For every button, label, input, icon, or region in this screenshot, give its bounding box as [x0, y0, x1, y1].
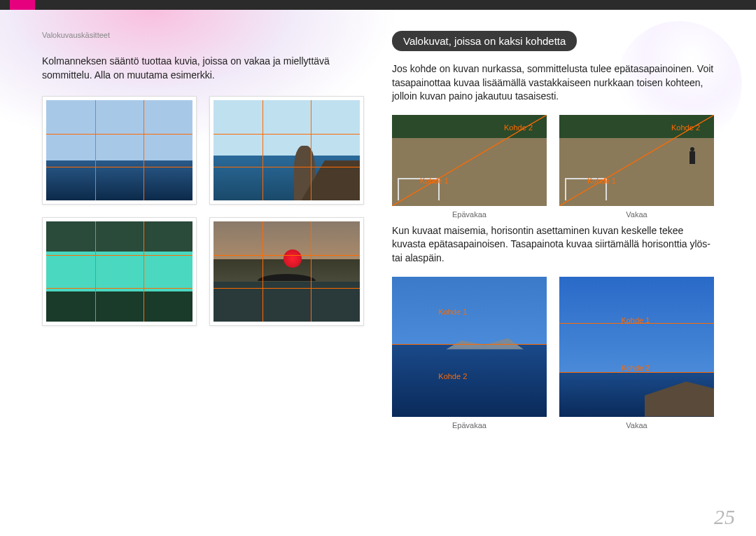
subject-2-label: Kohde 2	[504, 123, 533, 132]
section-heading: Valokuvat, joissa on kaksi kohdetta	[392, 31, 577, 51]
right-column: Valokuvat, joissa on kaksi kohdetta Jos …	[392, 31, 714, 435]
top-bar	[0, 0, 756, 10]
unstable-example-2: Kohde 1 Kohde 2 Epävakaa	[392, 277, 547, 430]
left-column: Valokuvauskäsitteet Kolmanneksen sääntö …	[42, 31, 364, 435]
subject-1-label: Kohde 1	[438, 308, 467, 316]
breadcrumb: Valokuvauskäsitteet	[42, 31, 364, 39]
caption-stable: Vakaa	[559, 210, 714, 219]
example-photo-4	[209, 217, 364, 326]
example-photo-1	[42, 96, 197, 205]
subject-2-label: Kohde 2	[438, 372, 467, 380]
subject-1-label: Kohde 1	[587, 177, 616, 185]
horizon-comparison: Kohde 1 Kohde 2 Epävakaa Kohde 1 Kohde 2…	[392, 277, 714, 430]
example-photo-3	[42, 217, 197, 326]
paragraph-1: Jos kohde on kuvan nurkassa, sommittelus…	[392, 62, 714, 104]
two-subjects-comparison: Kohde 2 Kohde 1 Epävakaa Kohde 2 Kohde 1…	[392, 115, 714, 219]
stable-example-1: Kohde 2 Kohde 1 Vakaa	[559, 115, 714, 219]
subject-2-label: Kohde 2	[621, 364, 650, 372]
subject-2-label: Kohde 2	[671, 123, 700, 132]
accent-tab	[10, 0, 35, 10]
caption-unstable: Epävakaa	[392, 210, 547, 219]
unstable-example-1: Kohde 2 Kohde 1 Epävakaa	[392, 115, 547, 219]
subject-1-label: Kohde 1	[420, 177, 449, 185]
page-content: Valokuvauskäsitteet Kolmanneksen sääntö …	[0, 10, 756, 435]
intro-text: Kolmanneksen sääntö tuottaa kuvia, joiss…	[42, 55, 364, 82]
example-photo-2	[209, 96, 364, 205]
caption-unstable: Epävakaa	[392, 421, 547, 430]
rule-of-thirds-examples	[42, 96, 364, 326]
page-number: 25	[714, 505, 735, 529]
paragraph-2: Kun kuvaat maisemia, horisontin asettami…	[392, 224, 714, 266]
subject-1-label: Kohde 1	[621, 316, 650, 324]
caption-stable: Vakaa	[559, 421, 714, 430]
stable-example-2: Kohde 1 Kohde 2 Vakaa	[559, 277, 714, 430]
